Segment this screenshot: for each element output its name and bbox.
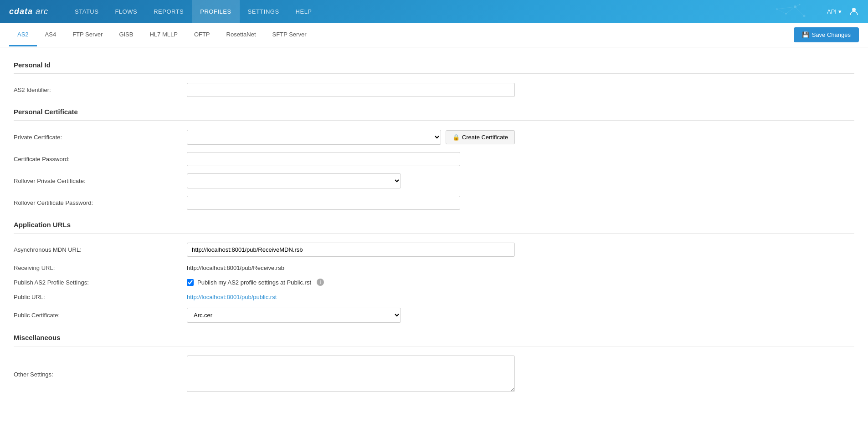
form-row-publish-as2: Publish AS2 Profile Settings: Publish my…: [14, 279, 854, 286]
form-row-other-settings: Other Settings:: [14, 356, 854, 393]
tabs-bar: AS2 AS4 FTP Server GISB HL7 MLLP OFTP Ro…: [0, 23, 868, 47]
async-mdn-url-input[interactable]: [187, 243, 515, 257]
tab-gisb[interactable]: GISB: [111, 24, 141, 46]
publish-as2-checkbox-row: Publish my AS2 profile settings at Publi…: [187, 279, 515, 286]
nav-links: STATUS FLOWS REPORTS PROFILES SETTINGS H…: [67, 0, 320, 23]
form-row-rollover-cert-password: Rollover Certificate Password:: [14, 196, 854, 210]
brand-logo: cdata arc: [9, 7, 48, 16]
info-icon[interactable]: i: [317, 279, 324, 286]
cert-password-label: Certificate Password:: [14, 156, 187, 163]
as2-identifier-label: AS2 Identifier:: [14, 86, 187, 93]
form-row-as2-identifier: AS2 Identifier:: [14, 83, 854, 97]
user-icon[interactable]: [849, 6, 859, 17]
tab-hl7-mllp[interactable]: HL7 MLLP: [141, 24, 185, 46]
form-row-public-cert: Public Certificate: Arc.cer: [14, 308, 854, 323]
rollover-cert-password-control: [187, 196, 515, 210]
public-cert-label: Public Certificate:: [14, 312, 187, 319]
save-label: Save Changes: [812, 31, 851, 38]
public-url-control: http://localhost:8001/pub/public.rst: [187, 293, 515, 300]
private-cert-label: Private Certificate:: [14, 134, 187, 141]
create-certificate-button[interactable]: 🔒 Create Certificate: [446, 130, 515, 144]
tab-oftp[interactable]: OFTP: [186, 24, 218, 46]
nav-flows[interactable]: FLOWS: [107, 0, 145, 23]
async-mdn-url-control: [187, 243, 515, 257]
nav-settings[interactable]: SETTINGS: [240, 0, 288, 23]
form-row-cert-password: Certificate Password:: [14, 152, 854, 166]
form-row-private-cert: Private Certificate: 🔒 Create Certificat…: [14, 130, 854, 145]
public-url-link[interactable]: http://localhost:8001/pub/public.rst: [187, 294, 277, 300]
form-area: Personal Id AS2 Identifier: Personal Cer…: [0, 47, 868, 410]
tab-rosettanet[interactable]: RosettaNet: [218, 24, 264, 46]
nav-profiles[interactable]: PROFILES: [192, 0, 239, 23]
rollover-private-cert-control: [187, 173, 515, 188]
private-cert-select[interactable]: [187, 130, 441, 145]
create-cert-label: Create Certificate: [462, 134, 508, 141]
form-row-async-mdn-url: Asynchronous MDN URL:: [14, 243, 854, 257]
section-miscellaneous-header: Miscellaneous: [14, 334, 854, 346]
nav-decoration: [722, 0, 813, 23]
form-row-rollover-private-cert: Rollover Private Certificate:: [14, 173, 854, 188]
form-row-public-url: Public URL: http://localhost:8001/pub/pu…: [14, 293, 854, 300]
save-changes-button[interactable]: 💾 Save Changes: [794, 27, 859, 42]
async-mdn-url-label: Asynchronous MDN URL:: [14, 246, 187, 253]
publish-as2-control: Publish my AS2 profile settings at Publi…: [187, 279, 515, 286]
rollover-private-cert-label: Rollover Private Certificate:: [14, 178, 187, 184]
section-application-urls-header: Application URLs: [14, 221, 854, 234]
publish-as2-checkbox[interactable]: [187, 279, 194, 286]
lock-icon: 🔒: [452, 134, 460, 141]
cert-password-control: [187, 152, 515, 166]
other-settings-textarea[interactable]: [187, 356, 515, 392]
public-url-label: Public URL:: [14, 294, 187, 300]
svg-line-9: [777, 9, 786, 14]
publish-as2-label: Publish AS2 Profile Settings:: [14, 279, 187, 286]
svg-line-6: [795, 7, 804, 16]
receiving-url-label: Receiving URL:: [14, 264, 187, 271]
svg-point-10: [852, 8, 856, 11]
receiving-url-text: http://localhost:8001/pub/Receive.rsb: [187, 264, 284, 271]
as2-identifier-control: [187, 83, 515, 97]
brand-name: cdata arc: [9, 7, 48, 16]
api-chevron-icon: ▾: [838, 8, 842, 15]
private-cert-control: 🔒 Create Certificate: [187, 130, 515, 145]
public-cert-control: Arc.cer: [187, 308, 515, 323]
section-personal-id-header: Personal Id: [14, 61, 854, 74]
as2-identifier-input[interactable]: [187, 83, 515, 97]
publish-as2-checkbox-label: Publish my AS2 profile settings at Publi…: [197, 279, 311, 286]
tab-sftp-server[interactable]: SFTP Server: [264, 24, 315, 46]
section-personal-cert-header: Personal Certificate: [14, 108, 854, 121]
navbar: cdata arc STATUS FLOWS REPORTS PROFILES …: [0, 0, 868, 23]
tab-as2[interactable]: AS2: [9, 24, 37, 46]
section-divider-misc: Miscellaneous: [14, 334, 854, 346]
save-icon: 💾: [802, 31, 809, 38]
tab-as4[interactable]: AS4: [37, 24, 65, 46]
cert-password-input[interactable]: [187, 152, 460, 166]
nav-status[interactable]: STATUS: [67, 0, 107, 23]
content-area: AS2 AS4 FTP Server GISB HL7 MLLP OFTP Ro…: [0, 23, 868, 437]
rollover-cert-password-input[interactable]: [187, 196, 460, 210]
api-label: API: [827, 8, 837, 15]
nav-help[interactable]: HELP: [288, 0, 320, 23]
other-settings-label: Other Settings:: [14, 371, 187, 378]
api-dropdown[interactable]: API ▾: [827, 8, 842, 15]
rollover-private-cert-select[interactable]: [187, 173, 401, 188]
nav-reports[interactable]: REPORTS: [145, 0, 192, 23]
receiving-url-value: http://localhost:8001/pub/Receive.rsb: [187, 264, 515, 271]
public-cert-select[interactable]: Arc.cer: [187, 308, 401, 323]
section-divider-cert: Personal Certificate: [14, 108, 854, 121]
rollover-cert-password-label: Rollover Certificate Password:: [14, 199, 187, 206]
form-row-receiving-url: Receiving URL: http://localhost:8001/pub…: [14, 264, 854, 271]
section-divider-urls: Application URLs: [14, 221, 854, 234]
save-btn-area: 💾 Save Changes: [794, 23, 859, 47]
tab-ftp-server[interactable]: FTP Server: [64, 24, 111, 46]
navbar-right: API ▾: [827, 6, 859, 17]
other-settings-control: [187, 356, 515, 393]
